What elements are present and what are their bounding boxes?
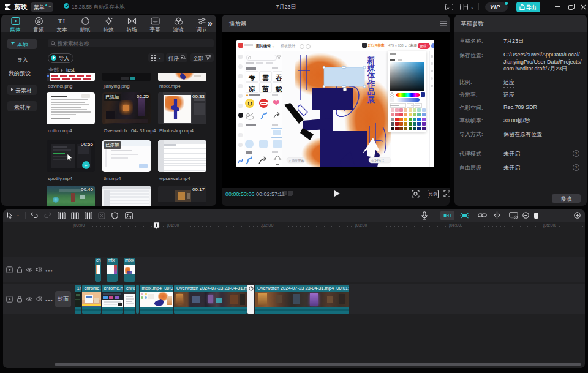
svg-text:⊙ 54% ⛶: ⊙ 54% ⛶ bbox=[371, 159, 384, 162]
svg-text:⌕ 适应屏幕: ⌕ 适应屏幕 bbox=[289, 159, 304, 162]
svg-text:新: 新 bbox=[367, 56, 375, 64]
svg-text:媒: 媒 bbox=[367, 64, 375, 72]
svg-text:体: 体 bbox=[367, 72, 375, 80]
svg-text:作: 作 bbox=[367, 80, 375, 88]
svg-text:展: 展 bbox=[367, 96, 375, 104]
svg-text:品: 品 bbox=[368, 88, 375, 96]
